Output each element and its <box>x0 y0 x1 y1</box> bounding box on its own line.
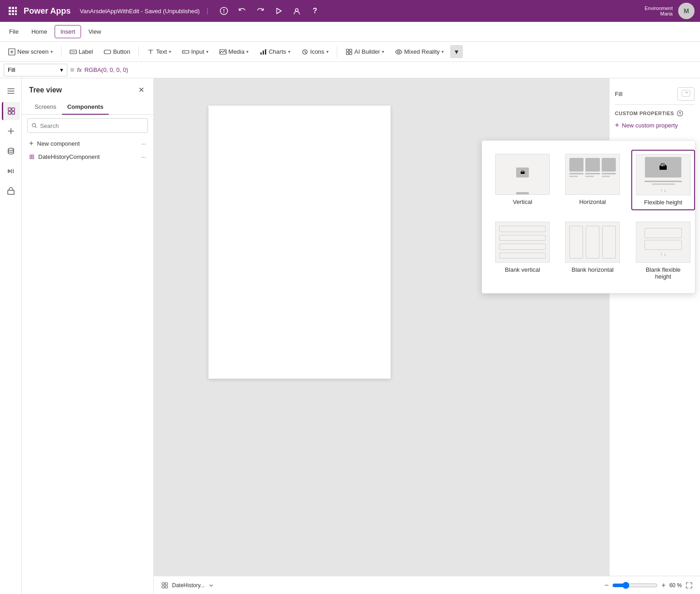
flexible-height-preview: 🏔 ↑ ↓ <box>636 154 690 195</box>
sidebar-layers-icon[interactable] <box>2 102 20 120</box>
bottom-bar: DateHistory... − + 60 % <box>154 576 700 594</box>
vertical-preview: 🏔 🏔 <box>495 154 550 195</box>
template-blank-vertical[interactable]: Blank vertical <box>491 218 554 284</box>
fullscreen-icon[interactable] <box>685 582 693 589</box>
template-blank-horizontal[interactable]: Blank horizontal <box>561 218 624 284</box>
zoom-minus-button[interactable]: − <box>604 581 609 589</box>
svg-rect-16 <box>183 51 189 53</box>
new-screen-chevron: ▾ <box>51 49 53 54</box>
text-button[interactable]: Text ▾ <box>142 46 176 58</box>
zoom-controls: − + 60 % <box>604 581 693 589</box>
canvas-area[interactable]: Fill CUSTOM PROPERTIES + New custom prop… <box>154 78 700 594</box>
charts-chevron: ▾ <box>288 49 290 54</box>
menu-bar: File Home Insert View <box>0 22 700 42</box>
input-label: Input <box>191 48 204 55</box>
menu-item-view[interactable]: View <box>83 25 107 38</box>
blank-horizontal-label: Blank horizontal <box>572 266 614 273</box>
sidebar-components-icon[interactable] <box>2 182 20 200</box>
user-avatar[interactable]: M <box>678 3 695 19</box>
component-icon-bottom <box>161 582 168 589</box>
tab-components[interactable]: Components <box>62 100 109 115</box>
tree-item-datehistory[interactable]: ⊞ DateHistoryComponent ··· <box>22 150 153 163</box>
button-button[interactable]: Button <box>99 46 135 58</box>
component-name-bottom: DateHistory... <box>172 582 205 589</box>
icons-button[interactable]: Icons ▾ <box>297 46 333 58</box>
search-box[interactable] <box>27 118 148 133</box>
mixed-reality-button[interactable]: Mixed Reality ▾ <box>391 46 448 58</box>
tree-header: Tree view ✕ <box>22 78 153 100</box>
item-dots[interactable]: ··· <box>141 153 146 160</box>
template-flexible-height[interactable]: 🏔 ↑ ↓ Flexible height <box>631 150 695 210</box>
menu-item-file[interactable]: File <box>4 25 24 38</box>
tree-title: Tree view <box>29 86 62 94</box>
component-chevron[interactable] <box>208 583 214 588</box>
blank-vertical-preview <box>495 222 550 263</box>
user-icon[interactable] <box>289 4 304 18</box>
horizontal-label: Horizontal <box>579 198 606 205</box>
toolbar: New screen ▾ Label Button Text ▾ Input ▾… <box>0 42 700 62</box>
svg-rect-3 <box>9 10 11 12</box>
env-name: Maria <box>660 11 673 16</box>
divider-3 <box>337 46 337 57</box>
blank-vertical-label: Blank vertical <box>505 266 540 273</box>
svg-rect-23 <box>350 49 352 51</box>
user-info: Environment Maria M <box>644 3 695 19</box>
tree-close-button[interactable]: ✕ <box>137 84 146 96</box>
sidebar-media-icon[interactable] <box>2 162 20 180</box>
sidebar-add-icon[interactable] <box>2 122 20 140</box>
blank-flexible-height-preview: ↑ ↓ <box>636 222 690 263</box>
media-button[interactable]: Media ▾ <box>215 46 253 58</box>
new-component-action[interactable]: + New component ··· <box>22 137 153 150</box>
waffle-icon[interactable] <box>5 4 20 18</box>
svg-rect-18 <box>260 52 262 55</box>
help-icon[interactable]: ? <box>308 4 322 18</box>
svg-point-12 <box>295 9 298 11</box>
charts-button[interactable]: Charts ▾ <box>255 46 294 58</box>
svg-rect-40 <box>165 586 167 588</box>
undo-icon[interactable] <box>235 4 249 18</box>
new-prop-label: New custom property <box>622 122 678 129</box>
property-dropdown[interactable]: Fill ▾ <box>4 64 67 76</box>
equals-sign: = <box>70 66 74 74</box>
horizontal-preview <box>565 154 620 195</box>
component-icon: ⊞ <box>29 153 35 160</box>
left-sidebar <box>0 78 22 594</box>
flexible-height-label: Flexible height <box>644 199 682 206</box>
tree-tabs: Screens Components <box>22 100 153 115</box>
screen-template-grid: 🏔 🏔 <box>491 150 686 284</box>
redo-icon[interactable] <box>253 4 268 18</box>
template-vertical[interactable]: 🏔 🏔 <box>491 150 554 210</box>
top-bar: Power Apps VanArsdelAppWithEdit - Saved … <box>0 0 700 22</box>
new-property-button[interactable]: + New custom property <box>615 121 695 129</box>
zoom-slider[interactable] <box>612 582 658 589</box>
fill-color-button[interactable] <box>677 87 695 101</box>
fill-label: Fill <box>615 91 623 97</box>
top-bar-actions: ? <box>217 4 322 18</box>
label-button[interactable]: Label <box>65 46 98 58</box>
feedback-icon[interactable] <box>217 4 231 18</box>
menu-item-home[interactable]: Home <box>26 25 53 38</box>
app-title: Power Apps <box>24 6 71 16</box>
tab-screens[interactable]: Screens <box>29 100 62 115</box>
zoom-plus-button[interactable]: + <box>661 581 665 589</box>
new-screen-button[interactable]: New screen ▾ <box>4 46 57 58</box>
sidebar-data-icon[interactable] <box>2 142 20 160</box>
play-icon[interactable] <box>271 4 286 18</box>
svg-point-31 <box>8 148 14 151</box>
menu-item-insert[interactable]: Insert <box>55 25 81 38</box>
sidebar-menu-icon[interactable] <box>2 82 20 100</box>
zoom-percent-label: 60 % <box>670 582 682 589</box>
svg-rect-15 <box>104 50 111 54</box>
more-button[interactable]: ▾ <box>450 45 463 58</box>
vertical-label: Vertical <box>513 198 533 205</box>
svg-rect-24 <box>346 52 349 55</box>
template-horizontal[interactable]: Horizontal <box>561 150 624 210</box>
new-component-dots[interactable]: ··· <box>141 140 146 147</box>
input-button[interactable]: Input ▾ <box>178 46 213 58</box>
text-label: Text <box>156 48 167 55</box>
text-chevron: ▾ <box>169 49 171 54</box>
mixed-reality-label: Mixed Reality <box>404 48 440 55</box>
template-blank-flexible-height[interactable]: ↑ ↓ Blank flexible height <box>631 218 695 284</box>
search-input[interactable] <box>40 122 144 129</box>
ai-builder-button[interactable]: AI Builder ▾ <box>341 46 389 58</box>
